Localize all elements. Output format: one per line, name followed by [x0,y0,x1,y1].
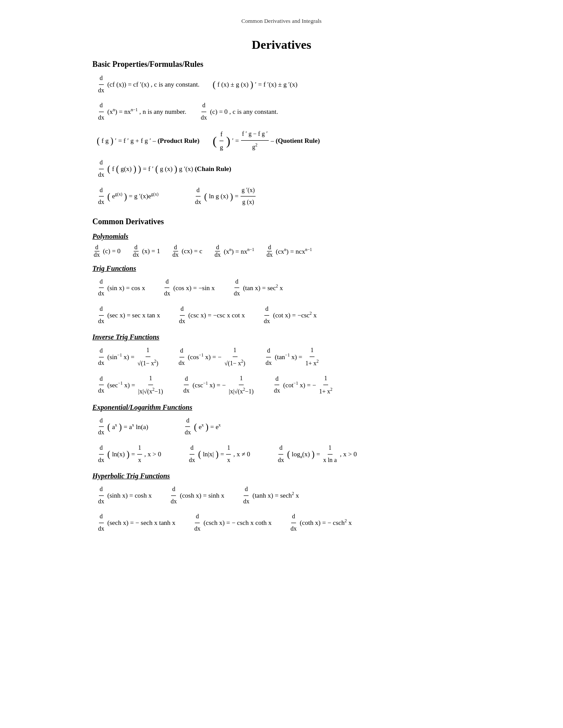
formula-4a: ddx ( f ( g(x) ) ) = f ′ ( g (x) ) g ′(x… [97,157,231,181]
formula-5a: ddx ( eg(x) ) = g ′(x)eg(x) [97,185,158,208]
trig-formulas: ddx (sin x) = cos x ddx (cos x) = −sin x… [97,276,471,327]
inv-trig-formulas: ddx (sin−1 x) = 1√(1− x2) ddx (cos−1 x) … [97,345,471,397]
formula-1a: ddx (cf (x)) = cf ′(x) , c is any consta… [97,73,200,96]
hyp-trig-title: Hyperbolic Trig Functions [92,472,471,480]
formula-3b: ( fg ) ′ = f ′ g − f g ′g2 – (Quotient R… [213,128,320,153]
formula-1b: ( f (x) ± g (x) ) ′ = f ′(x) ± g ′(x) [213,76,298,93]
formula-row-2: ddx (xn) = nxn−1 , n is any number. ddx … [97,100,471,124]
basic-properties-formulas: ddx (cf (x)) = cf ′(x) , c is any consta… [97,73,471,208]
formula-row-4: ddx ( f ( g(x) ) ) = f ′ ( g (x) ) g ′(x… [97,157,471,181]
trig-title: Trig Functions [92,265,471,273]
formula-5b: ddx ( ln g (x) ) = g ′(x)g (x) [194,185,256,208]
polynomials-formulas: ddx (c) = 0 ddx (x) = 1 ddx (cx) = c ddx… [92,244,471,258]
exp-log-formulas: ddx ( ax ) = ax ln(a) ddx ( ex ) = ex dd… [97,415,471,466]
header-title: Common Derivatives and Integrals [241,18,322,24]
formula-2a: ddx (xn) = nxn−1 , n is any number. [97,100,186,124]
formula-2b: ddx (c) = 0 , c is any constant. [200,100,278,124]
inv-trig-title: Inverse Trig Functions [92,333,471,341]
page-header: Common Derivatives and Integrals [92,18,471,25]
formula-row-5: ddx ( eg(x) ) = g ′(x)eg(x) ddx ( ln g (… [97,185,471,208]
formula-row-1: ddx (cf (x)) = cf ′(x) , c is any consta… [97,73,471,96]
main-title-text: Derivatives [252,38,311,51]
formula-3a: ( f g ) ′ = f ′ g + f g ′ – (Product Rul… [97,132,200,149]
common-derivatives-title: Common Derivatives [92,217,471,226]
hyp-trig-formulas: ddx (sinh x) = cosh x ddx (cosh x) = sin… [97,484,471,535]
main-title: Derivatives [92,38,471,52]
polynomials-title: Polynomials [92,233,471,240]
exp-log-title: Exponential/Logarithm Functions [92,404,471,411]
basic-properties-title: Basic Properties/Formulas/Rules [92,60,471,69]
formula-row-3: ( f g ) ′ = f ′ g + f g ′ – (Product Rul… [97,128,471,153]
